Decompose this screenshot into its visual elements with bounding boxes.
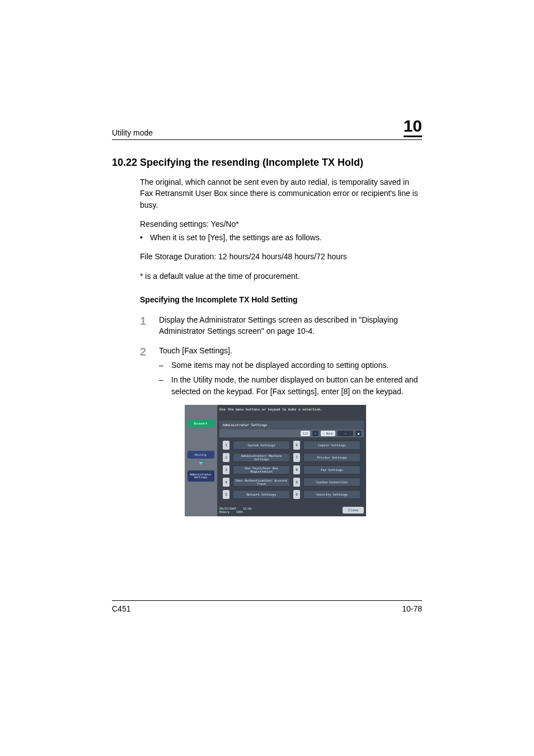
embedded-screenshot: Bookmark Utility Administrator Settings …: [185, 405, 366, 516]
paragraph-intro: The original, which cannot be sent even …: [140, 176, 422, 211]
menu-button-printer-settings[interactable]: Printer Settings: [303, 453, 360, 462]
menu-button-fax-settings[interactable]: Fax Settings: [303, 465, 360, 474]
document-page: Utility mode 10 10.22 Specifying the res…: [0, 0, 534, 756]
menu-number-8: 8: [293, 465, 300, 474]
prev-arrow-button[interactable]: ↑: [312, 431, 318, 436]
chapter-number: 10: [404, 118, 422, 137]
screenshot-toolbar: 1/2 ↑ ← Back → ■: [219, 430, 364, 437]
bullet-yes-settings: When it is set to [Yes], the settings ar…: [140, 232, 422, 243]
header-section: Utility mode: [112, 128, 153, 137]
footer-model: C451: [112, 604, 130, 613]
dash-icon: –: [159, 360, 171, 371]
dash-icon: –: [159, 374, 171, 397]
menu-number-0: 0: [293, 490, 300, 499]
menu-button-network-settings[interactable]: Network Settings: [233, 490, 290, 499]
step-1: 1 Display the Administrator Settings scr…: [140, 314, 422, 337]
menu-button-system-settings[interactable]: System Settings: [233, 441, 290, 450]
status-info: 09/27/2007 15:44 Memory 100%: [219, 507, 251, 514]
bookmark-tab[interactable]: Bookmark: [188, 419, 214, 427]
step-1-number: 1: [140, 314, 159, 337]
step-2-sub-1-text: Some items may not be displayed accordin…: [171, 360, 388, 371]
menu-button-system-connection[interactable]: System Connection: [303, 478, 360, 487]
running-header: Utility mode 10: [112, 118, 422, 140]
step-2-sub-1: – Some items may not be displayed accord…: [159, 360, 422, 371]
step-2-body: Touch [Fax Settings]. – Some items may n…: [159, 345, 422, 397]
screenshot-panel-title: Administrator Settings: [219, 421, 364, 430]
back-button[interactable]: ← Back: [321, 431, 335, 436]
admin-tab-line2: Settings: [194, 476, 207, 479]
screenshot-statusbar: 09/27/2007 15:44 Memory 100% Close: [219, 506, 364, 514]
menu-grid: 1System Settings6Copier Settings2Adminis…: [219, 438, 364, 501]
menu-number-9: 9: [293, 478, 300, 487]
chevron-down-icon: [199, 462, 203, 465]
menu-number-7: 7: [293, 453, 300, 462]
menu-button-user-authentication-account-track[interactable]: User Authentication/ Account Track: [233, 478, 290, 487]
menu-number-1: 1: [223, 441, 229, 450]
administrator-settings-tab[interactable]: Administrator Settings: [188, 470, 214, 482]
status-memory-label: Memory: [219, 510, 229, 514]
paragraph-duration: File Storage Duration: 12 hours/24 hours…: [140, 251, 422, 262]
menu-button-copier-settings[interactable]: Copier Settings: [303, 441, 360, 450]
utility-tab[interactable]: Utility: [188, 451, 214, 459]
step-2-sub-2: – In the Utility mode, the number displa…: [159, 374, 422, 397]
status-memory-value: 100%: [236, 510, 243, 514]
menu-number-2: 2: [223, 453, 229, 462]
procedure-heading: Specifying the Incomplete TX Hold Settin…: [140, 295, 422, 304]
footer-page-number: 10-78: [402, 604, 422, 613]
screenshot-sidebar: Bookmark Utility Administrator Settings: [185, 405, 217, 516]
paragraph-resending: Resending settings: Yes/No*: [140, 218, 422, 230]
close-button[interactable]: Close: [343, 507, 364, 514]
menu-number-3: 3: [223, 465, 229, 474]
step-2: 2 Touch [Fax Settings]. – Some items may…: [140, 345, 422, 397]
forward-arrow-button[interactable]: →: [338, 431, 353, 436]
screenshot-hint: Use the menu buttons or keypad to make a…: [219, 407, 322, 411]
menu-button-one-touch-user-box-registration[interactable]: One-Touch/User Box Registration: [233, 465, 290, 474]
paragraph-default-note: * is a default value at the time of proc…: [140, 270, 422, 282]
menu-number-4: 4: [223, 478, 229, 487]
step-2-sub-2-text: In the Utility mode, the number displaye…: [171, 374, 422, 397]
step-2-text: Touch [Fax Settings].: [159, 345, 422, 356]
page-indicator: 1/2: [301, 431, 310, 436]
menu-button-administrator-machine-settings[interactable]: Administrator/ Machine Settings: [233, 453, 290, 462]
step-1-text: Display the Administrator Settings scree…: [159, 314, 422, 337]
step-2-number: 2: [140, 345, 159, 397]
page-footer: C451 10-78: [112, 600, 422, 613]
status-time: 15:44: [243, 507, 251, 510]
menu-number-6: 6: [293, 441, 300, 450]
menu-number-5: 5: [223, 490, 229, 499]
menu-button-security-settings[interactable]: Security Settings: [303, 490, 360, 499]
toolbar-extra-button[interactable]: ■: [355, 431, 362, 436]
section-heading: 10.22 Specifying the resending (Incomple…: [112, 157, 422, 169]
